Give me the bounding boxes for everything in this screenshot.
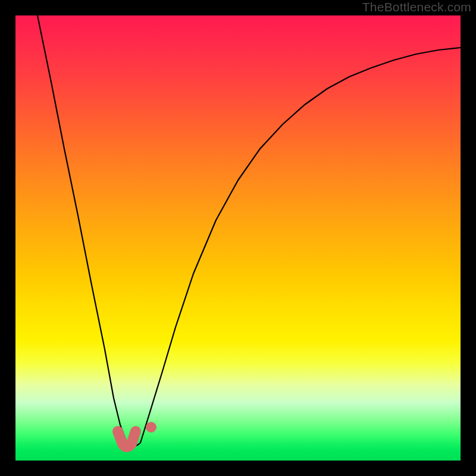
marker-u (118, 431, 136, 447)
bottleneck-curve (37, 15, 461, 446)
chart-frame: TheBottleneck.com (0, 0, 476, 476)
curve-layer (15, 15, 461, 461)
watermark-text: TheBottleneck.com (362, 0, 471, 14)
marker-dot (146, 422, 156, 433)
plot-area (15, 15, 461, 461)
